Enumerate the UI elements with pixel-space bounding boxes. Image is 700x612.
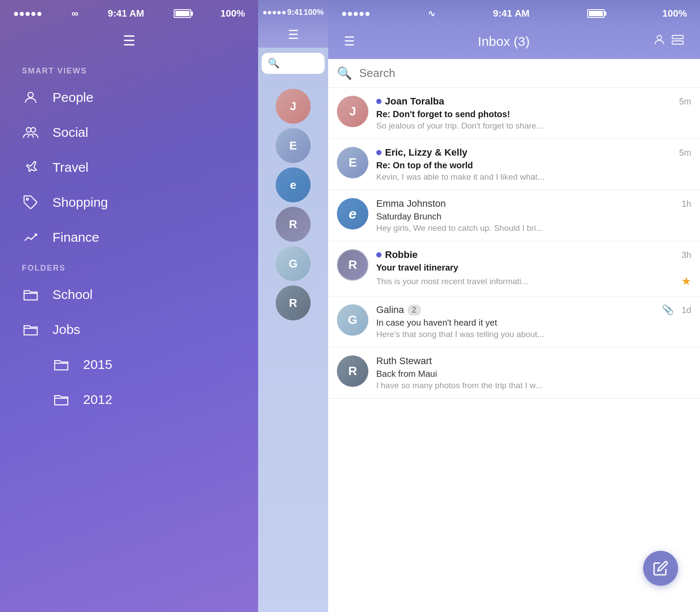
shopping-label: Shopping <box>52 195 108 210</box>
unread-dot-eric <box>376 150 382 155</box>
time-joan: 5m <box>679 97 691 107</box>
sender-row-emma: Emma Johnston <box>376 198 446 209</box>
email-item-robbie[interactable]: R Robbie 3h Your travel itinerary This i… <box>328 241 700 296</box>
mid-search-bar[interactable]: 🔍 <box>262 53 325 74</box>
mid-hamburger[interactable]: ☰ <box>288 28 299 42</box>
sidebar-item-finance[interactable]: Finance <box>0 220 258 255</box>
preview-joan: So jealous of your trip. Don't forget to… <box>376 121 691 131</box>
compose-button[interactable] <box>643 551 678 586</box>
preview-robbie: This is your most recent travel informat… <box>376 277 528 286</box>
star-icon-robbie: ★ <box>681 275 691 288</box>
mid-avatar-5: G <box>276 246 311 281</box>
sidebar-item-jobs[interactable]: Jobs <box>0 312 258 347</box>
card-view-button[interactable] <box>668 31 687 52</box>
folders-label: FOLDERS <box>0 255 258 277</box>
middle-status-bar: ●●●●● 9:41 100% <box>258 0 328 21</box>
plane-icon <box>22 159 39 176</box>
email-top-galina: Galina 2 📎 1d <box>376 304 691 316</box>
email-content-galina: Galina 2 📎 1d In case you haven't heard … <box>376 304 691 339</box>
sender-galina: Galina <box>376 304 404 316</box>
tag-icon <box>22 194 39 211</box>
mid-signal: ●●●●● <box>262 8 286 17</box>
email-item-emma[interactable]: e Emma Johnston 1h Saturday Brunch Hey g… <box>328 190 700 241</box>
right-wifi: ∿ <box>428 8 435 19</box>
sender-ruth: Ruth Stewart <box>376 355 432 367</box>
avatar-ruth: R <box>337 355 368 387</box>
right-battery-icon <box>587 9 605 18</box>
preview-ruth: I have so many photos from the trip that… <box>376 381 691 390</box>
right-status-bar: ●●●●● ∿ 9:41 AM 100% <box>328 0 700 24</box>
folder-2015-label: 2015 <box>83 357 112 372</box>
folder-2012-icon <box>52 391 70 408</box>
email-top-eric: Eric, Lizzy & Kelly 5m <box>376 147 691 158</box>
sidebar-item-school[interactable]: School <box>0 277 258 312</box>
time-display: 9:41 AM <box>108 8 144 19</box>
svg-point-0 <box>28 92 33 97</box>
phone-right: ●●●●● ∿ 9:41 AM 100% ☰ Inbox (3) 🔍 <box>328 0 700 612</box>
email-item-galina[interactable]: G Galina 2 📎 1d In case you haven't hear… <box>328 296 700 348</box>
email-item-joan[interactable]: J Joan Toralba 5m Re: Don't forget to se… <box>328 88 700 139</box>
folder-jobs-icon <box>22 321 39 338</box>
folder-2012-label: 2012 <box>83 392 112 407</box>
sender-row-robbie: Robbie <box>376 249 418 261</box>
search-input[interactable] <box>359 66 691 80</box>
phone-left: ●●●●● ∞ 9:41 AM 100% ☰ SMART VIEWS Peopl… <box>0 0 258 612</box>
sender-emma: Emma Johnston <box>376 198 446 209</box>
avatar-joan: J <box>337 96 368 127</box>
mid-avatar-6: R <box>276 285 311 320</box>
robbie-preview-row: This is your most recent travel informat… <box>376 275 691 288</box>
mid-time: 9:41 <box>287 8 303 17</box>
email-item-eric[interactable]: E Eric, Lizzy & Kelly 5m Re: On top of t… <box>328 139 700 190</box>
school-label: School <box>52 287 93 302</box>
search-bar-container: 🔍 <box>328 59 700 88</box>
svg-point-1 <box>26 128 31 132</box>
profile-button[interactable] <box>650 31 668 52</box>
travel-label: Travel <box>52 160 88 175</box>
hamburger-button[interactable]: ☰ <box>114 28 144 53</box>
avatar-eric: E <box>337 147 368 178</box>
email-list: J Joan Toralba 5m Re: Don't forget to se… <box>328 88 700 612</box>
sidebar-item-travel[interactable]: Travel <box>0 150 258 185</box>
sender-row-galina: Galina 2 <box>376 304 421 316</box>
svg-rect-10 <box>672 41 683 45</box>
sidebar-item-social[interactable]: Social <box>0 115 258 150</box>
mid-battery: 100% <box>304 8 324 17</box>
sidebar-item-2012[interactable]: 2012 <box>0 382 258 417</box>
unread-dot-robbie <box>376 252 382 257</box>
svg-point-2 <box>31 128 36 132</box>
preview-galina: Here's that song that I was telling you … <box>376 330 691 339</box>
avatar-galina: G <box>337 304 368 336</box>
sidebar-item-people[interactable]: People <box>0 80 258 115</box>
right-battery-pct: 100% <box>662 8 687 19</box>
sidebar-item-shopping[interactable]: Shopping <box>0 185 258 220</box>
mid-avatar-2: E <box>276 128 311 163</box>
sender-row-joan: Joan Toralba <box>376 96 444 107</box>
time-galina: 1d <box>682 305 691 315</box>
left-status-bar: ●●●●● ∞ 9:41 AM 100% <box>0 0 258 24</box>
folder-2015-icon <box>52 356 70 373</box>
person-icon <box>22 89 39 106</box>
avatar-robbie: R <box>337 249 368 281</box>
preview-emma: Hey girls, We need to catch up. Should I… <box>376 223 691 233</box>
mid-avatar-1: J <box>276 89 311 124</box>
email-item-ruth[interactable]: R Ruth Stewart Back from Maui I have so … <box>328 348 700 399</box>
chart-icon <box>22 229 39 246</box>
wifi-icon: ∞ <box>71 8 78 19</box>
email-top-ruth: Ruth Stewart <box>376 355 691 367</box>
subject-robbie: Your travel itinerary <box>376 263 691 273</box>
menu-button[interactable]: ☰ <box>341 31 357 51</box>
battery-icon <box>174 9 191 18</box>
smart-views-label: SMART VIEWS <box>0 58 258 80</box>
right-signal: ●●●●● <box>341 8 370 19</box>
finance-label: Finance <box>52 230 99 245</box>
preview-eric: Kevin, I was able to make it and I liked… <box>376 172 691 182</box>
email-content-emma: Emma Johnston 1h Saturday Brunch Hey gir… <box>376 198 691 233</box>
sender-robbie: Robbie <box>385 249 418 261</box>
folder-school-icon <box>22 286 39 303</box>
svg-point-8 <box>657 35 662 40</box>
mid-avatar-3: e <box>276 167 311 202</box>
sidebar-item-2015[interactable]: 2015 <box>0 347 258 382</box>
compose-icon <box>653 560 668 576</box>
subject-eric: Re: On top of the world <box>376 160 691 170</box>
jobs-label: Jobs <box>52 322 80 337</box>
